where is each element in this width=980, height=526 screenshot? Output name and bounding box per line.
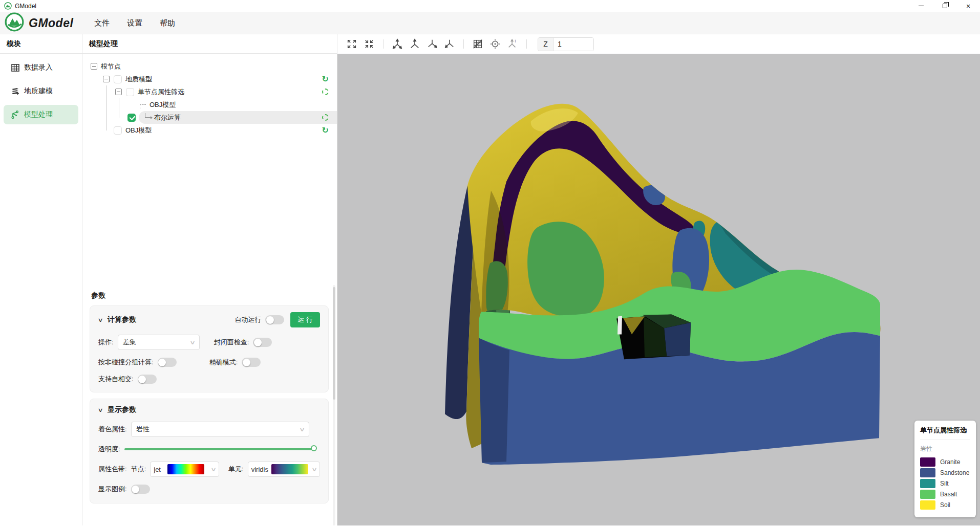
parameters-section: 参数 ∨ 计算参数 自动运行 运 行 操作: 差集 ∨	[82, 285, 337, 525]
axis-view-1-icon[interactable]	[390, 37, 404, 51]
geology-model-canvas[interactable]	[337, 54, 980, 525]
cell-colormap-value: viridis	[251, 466, 268, 473]
update-icon[interactable]: ↻	[322, 75, 329, 83]
brand: GModel	[4, 12, 73, 34]
run-button[interactable]: 运 行	[290, 312, 320, 327]
collapse-expander-icon[interactable]	[115, 89, 122, 95]
brand-logo-icon	[4, 12, 25, 34]
viewport-3d[interactable]: 单节点属性筛选 岩性 Granite Sandstone Silt Basalt	[337, 54, 980, 525]
closed-surface-check-toggle[interactable]	[253, 338, 272, 347]
group-calc-label: 按非碰撞分组计算:	[98, 358, 154, 367]
legend-label: Sandstone	[940, 469, 969, 476]
self-intersect-toggle[interactable]	[138, 375, 157, 384]
tree-node-label: 单节点属性筛选	[138, 87, 184, 97]
maximize-button[interactable]	[933, 0, 956, 12]
z-scale-label: Z	[538, 38, 553, 51]
node-colormap-label: 节点:	[131, 465, 146, 474]
layers-icon	[11, 87, 19, 95]
tree-row-obj-model-child[interactable]: OBJ模型	[82, 98, 337, 111]
compute-params-title: 计算参数	[108, 315, 136, 324]
sidebar-item-model-processing[interactable]: 模型处理	[4, 105, 78, 124]
legend-swatch	[920, 468, 935, 477]
window-title: GModel	[15, 3, 36, 10]
opacity-label: 透明度:	[98, 445, 120, 454]
node-checkbox[interactable]	[126, 88, 134, 96]
toolbar-divider	[463, 39, 464, 49]
auto-run-toggle[interactable]	[265, 315, 284, 324]
node-checkbox[interactable]	[114, 126, 122, 135]
selected-row-highlight: 布尔运算	[139, 111, 337, 124]
z-scale-input[interactable]	[553, 38, 593, 51]
display-params-title: 显示参数	[108, 405, 136, 414]
legend-item: Soil	[920, 500, 970, 510]
menu-help[interactable]: 帮助	[153, 15, 182, 31]
titlebar: GModel ×	[0, 0, 980, 12]
collapse-icon[interactable]	[362, 37, 376, 51]
sidebar-item-data-entry[interactable]: 数据录入	[4, 58, 78, 77]
tree-row-obj-model[interactable]: OBJ模型 ↻	[82, 124, 337, 137]
minimize-button[interactable]	[909, 0, 933, 12]
maximize-icon	[943, 4, 947, 8]
legend-label: Basalt	[940, 491, 957, 498]
tree-node-label: 根节点	[101, 62, 121, 71]
svg-text:i: i	[515, 39, 516, 43]
update-icon[interactable]: ↻	[322, 126, 329, 135]
menu-settings[interactable]: 设置	[120, 15, 149, 31]
slider-knob[interactable]	[311, 445, 317, 451]
operation-label: 操作:	[98, 338, 114, 347]
chevron-down-icon: ∨	[189, 339, 196, 346]
tree-panel-title: 模型处理	[82, 34, 337, 54]
legend-item: Granite	[920, 457, 970, 467]
operation-select[interactable]: 差集 ∨	[118, 335, 200, 350]
node-tree: 根节点 地质模型 ↻ 单节点属性筛选 OBJ模型	[82, 54, 337, 285]
params-scrollbar[interactable]	[333, 285, 335, 525]
menu-file[interactable]: 文件	[88, 15, 116, 31]
node-checkbox-checked[interactable]	[127, 114, 136, 122]
axis-view-4-icon[interactable]	[442, 37, 457, 51]
minimize-icon	[919, 6, 924, 6]
axis-view-3-icon[interactable]	[425, 37, 439, 51]
branch-icon	[11, 111, 19, 119]
toolbar-divider	[526, 39, 527, 49]
parameters-title: 参数	[82, 285, 337, 305]
axis-view-2-icon[interactable]	[408, 37, 422, 51]
node-checkbox[interactable]	[114, 75, 122, 83]
collapse-expander-icon[interactable]	[91, 63, 97, 70]
chevron-down-icon[interactable]: ∨	[97, 407, 103, 413]
legend-swatch	[920, 490, 935, 499]
grid-off-icon[interactable]	[471, 37, 485, 51]
close-button[interactable]: ×	[956, 0, 980, 12]
table-icon	[11, 64, 19, 72]
color-attr-label: 着色属性:	[98, 425, 127, 434]
tree-row-boolean-op[interactable]: 布尔运算	[82, 111, 337, 124]
node-colormap-select[interactable]: jet ∨	[150, 462, 219, 477]
collapse-expander-icon[interactable]	[103, 76, 110, 82]
opacity-slider[interactable]	[124, 448, 315, 450]
cell-colormap-label: 单元:	[228, 465, 244, 474]
tree-row-geo-model[interactable]: 地质模型 ↻	[82, 73, 337, 85]
chevron-down-icon[interactable]: ∨	[97, 317, 103, 323]
legend-swatch	[920, 500, 935, 510]
color-attr-select[interactable]: 岩性 ∨	[131, 422, 309, 437]
legend-label: Silt	[940, 480, 949, 487]
lithology-legend: 单节点属性筛选 岩性 Granite Sandstone Silt Basalt	[914, 421, 976, 517]
precise-mode-toggle[interactable]	[242, 358, 261, 367]
chevron-down-icon: ∨	[311, 466, 317, 473]
group-calc-toggle[interactable]	[158, 358, 177, 367]
sidebar-title: 模块	[0, 34, 82, 54]
loading-spinner-icon	[322, 114, 329, 121]
legend-item: Silt	[920, 479, 970, 488]
tree-row-attr-filter[interactable]: 单节点属性筛选	[82, 85, 337, 98]
auto-run-label: 自动运行	[235, 315, 261, 324]
colormap-label: 属性色带:	[98, 465, 127, 474]
legend-item: Sandstone	[920, 468, 970, 477]
tree-row-root[interactable]: 根节点	[82, 60, 337, 73]
app-logo-icon	[4, 2, 12, 10]
sidebar-item-geo-modeling[interactable]: 地质建模	[4, 81, 78, 101]
orbit-center-icon[interactable]	[488, 37, 502, 51]
axes-info-icon[interactable]: i	[505, 37, 520, 51]
show-legend-toggle[interactable]	[131, 485, 150, 494]
expand-icon[interactable]	[345, 37, 359, 51]
cell-colormap-select[interactable]: viridis ∨	[248, 462, 320, 477]
scrollbar-thumb[interactable]	[333, 287, 335, 400]
